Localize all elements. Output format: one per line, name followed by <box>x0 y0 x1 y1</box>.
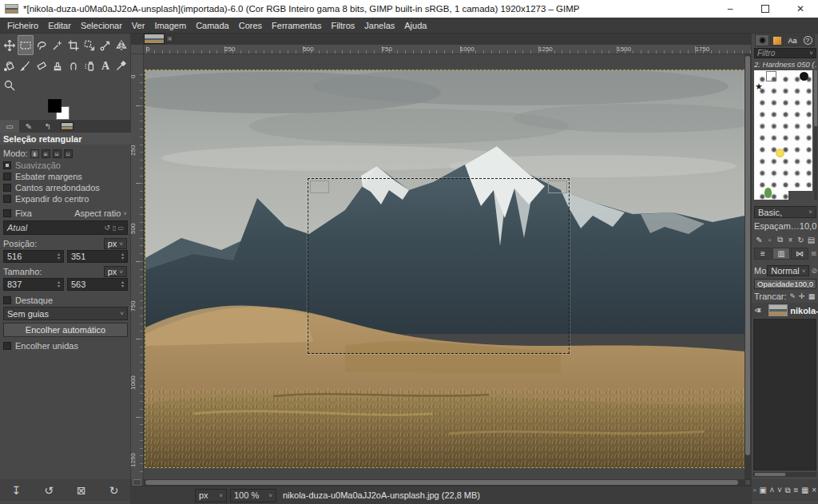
brush-scrollbar[interactable] <box>814 70 817 200</box>
expand-center-row[interactable]: Expandir do centro <box>3 193 127 204</box>
delete-brush-icon[interactable]: × <box>785 236 796 244</box>
lock-alpha-icon[interactable]: ▦ <box>805 292 816 300</box>
spinner-icon[interactable]: ▴▾ <box>121 252 124 260</box>
maximize-button[interactable] <box>748 0 783 18</box>
layers-hscrollbar[interactable] <box>753 472 816 477</box>
close-button[interactable]: ✕ <box>783 0 818 18</box>
open-as-image-icon[interactable]: ▤ <box>806 236 816 244</box>
unit-combo[interactable]: px ˅ <box>195 489 227 502</box>
composite-mode-icon[interactable]: ⊘ <box>809 267 817 275</box>
shrink-merged-checkbox[interactable] <box>3 342 11 350</box>
landscape-icon[interactable]: ▭ <box>116 224 124 232</box>
position-y-input[interactable]: 351 ▴▾ <box>67 250 128 263</box>
brush-scroll-thumb[interactable] <box>814 70 817 126</box>
spinner-icon[interactable]: ▴▾ <box>121 280 124 288</box>
menu-ver[interactable]: Ver <box>127 19 150 32</box>
reset-tool-icon[interactable]: ↻ <box>109 484 119 497</box>
duplicate-layer-icon[interactable]: ⧉ <box>785 486 791 495</box>
delete-layer-icon[interactable]: × <box>812 486 816 494</box>
feather-row[interactable]: Esbater margens <box>3 171 127 182</box>
vertical-scroll-thumb[interactable] <box>745 56 750 455</box>
opacity-slider[interactable]: Opacidade 100,0 <box>754 279 816 289</box>
merge-layer-icon[interactable]: ▦ <box>801 486 808 494</box>
expand-center-checkbox[interactable] <box>3 195 11 203</box>
vertical-scrollbar[interactable] <box>745 54 751 479</box>
tab-paths-icon[interactable]: ⋈ <box>791 248 808 260</box>
menu-camada[interactable]: Camada <box>191 19 234 32</box>
layer-list-empty[interactable] <box>753 319 816 470</box>
paintbrush-tool[interactable] <box>18 55 34 75</box>
menu-cores[interactable]: Cores <box>234 19 267 32</box>
tab-undo-history[interactable]: ↰ <box>38 120 58 133</box>
fixed-combo[interactable]: Aspect ratio ˅ <box>74 208 127 218</box>
horizontal-scrollbar[interactable] <box>144 479 745 486</box>
size-w-input[interactable]: 837 ▴▾ <box>3 278 64 291</box>
zoom-combo[interactable]: 100 % ˅ <box>230 489 276 502</box>
tab-channels-icon[interactable]: ▥ <box>772 248 790 260</box>
layers-hscroll-thumb[interactable] <box>755 473 785 476</box>
mode-add-icon[interactable]: ⊞ <box>42 149 50 158</box>
guides-combo[interactable]: Sem guias ˅ <box>3 307 128 320</box>
selection-handle-topleft[interactable] <box>310 181 329 193</box>
menu-ajuda[interactable]: Ajuda <box>399 19 431 32</box>
selection-handle-topright[interactable] <box>548 181 567 193</box>
flip-tool[interactable] <box>113 35 129 55</box>
tab-images[interactable] <box>58 120 77 133</box>
hard-brush-thumb[interactable] <box>800 72 808 81</box>
dock-menu-icon[interactable]: ⊞ <box>811 250 816 257</box>
tab-layers-icon[interactable]: ≡ <box>754 248 772 260</box>
lower-layer-icon[interactable]: ˅ <box>777 486 782 494</box>
spinner-icon[interactable]: ▴▾ <box>58 280 60 288</box>
rounded-checkbox[interactable] <box>3 184 11 192</box>
tab-device-status[interactable]: ✎ <box>19 120 38 133</box>
delete-preset-icon[interactable]: ⊠ <box>77 484 86 497</box>
color-swatches[interactable] <box>48 99 72 121</box>
size-unit-combo[interactable]: px ˅ <box>104 266 127 277</box>
zoom-tool[interactable] <box>2 75 18 95</box>
new-group-icon[interactable]: ▣ <box>759 486 766 494</box>
handle-transform-tool[interactable] <box>97 35 113 55</box>
horizontal-ruler[interactable]: 02505007501000125015001750 <box>144 45 751 54</box>
tab-patterns[interactable] <box>770 34 784 46</box>
size-h-input[interactable]: 563 ▴▾ <box>67 278 128 291</box>
menu-selecionar[interactable]: Selecionar <box>76 19 127 32</box>
ruler-corner[interactable] <box>131 45 144 54</box>
star-brush-thumb[interactable]: ★ <box>755 81 763 92</box>
vertical-ruler[interactable]: 025050075010001250 <box>131 54 144 479</box>
tab-fonts[interactable]: Aa <box>785 34 800 46</box>
horizontal-scroll-thumb[interactable] <box>145 480 738 485</box>
foreground-color-swatch[interactable] <box>48 99 62 113</box>
position-x-input[interactable]: 516 ▴▾ <box>3 250 64 263</box>
move-tool[interactable] <box>2 35 18 55</box>
tab-brushes[interactable] <box>755 34 769 46</box>
selection-marquee[interactable] <box>308 178 570 354</box>
layer-thumbnail[interactable] <box>768 304 788 316</box>
layer-row[interactable]: nikola-… <box>752 303 818 318</box>
green-brush-thumb[interactable] <box>764 188 772 198</box>
save-preset-icon[interactable]: ↧ <box>12 484 22 497</box>
portrait-icon[interactable]: ▯ <box>110 224 116 232</box>
spacing-row[interactable]: Espaçam… 10,0 ▴▾ <box>754 221 816 231</box>
antialias-checkbox[interactable] <box>3 161 11 169</box>
rounded-row[interactable]: Cantos arredondados <box>3 182 127 193</box>
visibility-eye-icon[interactable] <box>754 307 761 314</box>
antialias-row[interactable]: Suavização <box>3 160 127 171</box>
brush-grid[interactable]: ★ <box>754 70 812 200</box>
fuzzy-select-tool[interactable] <box>50 35 66 55</box>
menu-ferramentas[interactable]: Ferramentas <box>267 19 326 32</box>
swap-ratio-icon[interactable]: ↺ <box>104 224 110 232</box>
image-tab-thumbnail[interactable] <box>144 34 165 44</box>
spinner-icon[interactable]: ▴▾ <box>58 252 60 260</box>
position-unit-combo[interactable]: px ˅ <box>104 238 127 249</box>
quick-mask-toggle[interactable] <box>133 479 141 486</box>
lock-position-icon[interactable]: ✛ <box>796 292 805 300</box>
brush-filter-input[interactable]: Filtro ˅ <box>754 48 816 58</box>
image-tab-close-icon[interactable]: × <box>166 35 173 42</box>
feather-checkbox[interactable] <box>3 173 11 181</box>
fixed-checkbox[interactable] <box>3 209 11 217</box>
canvas-viewport[interactable] <box>144 54 745 479</box>
menu-ficheiro[interactable]: Ficheiro <box>2 19 43 32</box>
airbrush-tool[interactable] <box>81 55 97 75</box>
edit-brush-icon[interactable]: ✎ <box>754 236 764 244</box>
mode-subtract-icon[interactable]: ⊟ <box>53 149 62 158</box>
